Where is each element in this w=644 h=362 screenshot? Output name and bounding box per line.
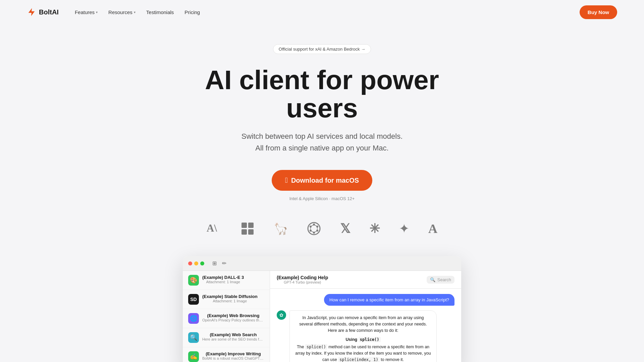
nav-item-resources[interactable]: Resources ▾	[108, 9, 136, 15]
download-button[interactable]:  Download for macOS	[272, 170, 372, 191]
chat-title-block: (Example) Coding Help GPT-4 Turbo (previ…	[277, 275, 328, 284]
announcement-badge[interactable]: Official support for xAI & Amazon Bedroc…	[273, 44, 371, 54]
openai-icon	[307, 221, 321, 236]
maximize-button[interactable]	[200, 261, 204, 265]
ollama-icon: 🦙	[274, 222, 288, 235]
hero-subtitle: Switch between top AI services and local…	[241, 130, 403, 154]
conversation-item[interactable]: 🎨 (Example) DALL-E 3 Attachment: 1 Image	[183, 271, 270, 290]
conv-icon-web-browsing: 🌐	[188, 313, 199, 324]
brand-name: BoltAI	[39, 8, 59, 16]
svg-marker-0	[29, 8, 35, 16]
xai-icon: 𝕏	[340, 221, 351, 236]
nav-item-testimonials[interactable]: Testimonials	[146, 9, 174, 15]
app-sidebar: 🎨 (Example) DALL-E 3 Attachment: 1 Image…	[183, 271, 270, 362]
gemini-icon: ✦	[399, 221, 410, 236]
titlebar-icons: ⊞ ✏	[212, 260, 226, 266]
svg-rect-3	[248, 223, 254, 228]
download-subtext: Intel & Apple Silicon · macOS 12+	[289, 196, 355, 201]
conversation-item[interactable]: 🔍 (Example) Web Search Here are some of …	[183, 328, 270, 347]
svg-rect-5	[248, 229, 254, 235]
chevron-down-icon: ▾	[96, 10, 98, 14]
conv-icon-improve-writing: ✍	[188, 351, 199, 362]
ai-bubble: In JavaScript, you can remove a specific…	[289, 310, 437, 362]
search-icon: 🔍	[430, 277, 435, 282]
compose-icon[interactable]: ✏	[222, 260, 226, 266]
apple-icon: 	[285, 176, 288, 185]
app-preview-window: ⊞ ✏ 🎨 (Example) DALL-E 3 Attachment: 1 I…	[183, 256, 461, 362]
conv-icon-dalle: 🎨	[188, 275, 199, 286]
app-chat: (Example) Coding Help GPT-4 Turbo (previ…	[270, 271, 461, 362]
ai-avatar: ✿	[277, 310, 286, 320]
chat-name: (Example) Coding Help	[277, 275, 328, 280]
chat-header: (Example) Coding Help GPT-4 Turbo (previ…	[270, 271, 461, 289]
user-message: How can I remove a specific item from an…	[324, 294, 454, 306]
traffic-lights	[188, 261, 204, 265]
app-body: 🎨 (Example) DALL-E 3 Attachment: 1 Image…	[183, 271, 461, 362]
azure-icon: A	[428, 221, 437, 236]
buy-now-button[interactable]: Buy Now	[580, 5, 617, 19]
svg-text:A\: A\	[207, 223, 217, 234]
anthropic-icon: A\	[207, 221, 221, 236]
midjourney-icon	[240, 221, 255, 236]
chat-model: GPT-4 Turbo (preview)	[277, 280, 328, 284]
chat-messages: How can I remove a specific item from an…	[270, 289, 461, 362]
app-titlebar: ⊞ ✏	[183, 256, 461, 271]
method-title: Using splice()	[295, 337, 431, 343]
navbar: BoltAI Features ▾ Resources ▾ Testimonia…	[0, 0, 644, 24]
conversation-item[interactable]: 🌐 (Example) Web Browsing OpenAI's Privac…	[183, 309, 270, 328]
nav-links: Features ▾ Resources ▾ Testimonials Pric…	[75, 9, 200, 15]
conv-icon-web-search: 🔍	[188, 332, 199, 343]
brand-logo[interactable]: BoltAI	[27, 7, 59, 17]
hero-section: Official support for xAI & Amazon Bedroc…	[0, 24, 644, 362]
nav-left: BoltAI Features ▾ Resources ▾ Testimonia…	[27, 7, 200, 17]
perplexity-icon: ✳	[369, 221, 380, 236]
sidebar-toggle-icon[interactable]: ⊞	[212, 260, 217, 266]
conversation-item[interactable]: SD (Example) Stable Diffusion Attachment…	[183, 290, 270, 309]
ai-logos-row: A\ 🦙	[207, 221, 437, 236]
svg-rect-2	[241, 223, 247, 228]
conv-icon-stable-diffusion: SD	[188, 294, 199, 305]
bolt-icon	[27, 7, 36, 17]
hero-title: AI client for power users	[171, 66, 473, 122]
chat-search[interactable]: 🔍 Search	[427, 276, 454, 284]
nav-item-pricing[interactable]: Pricing	[184, 9, 200, 15]
chevron-down-icon: ▾	[134, 10, 136, 14]
svg-rect-4	[241, 229, 247, 235]
close-button[interactable]	[188, 261, 192, 265]
nav-item-features[interactable]: Features ▾	[75, 9, 98, 15]
ai-message: ✿ In JavaScript, you can remove a specif…	[277, 310, 437, 362]
conversation-item[interactable]: ✍ (Example) Improve Writing BoltAI is a …	[183, 347, 270, 362]
minimize-button[interactable]	[194, 261, 198, 265]
